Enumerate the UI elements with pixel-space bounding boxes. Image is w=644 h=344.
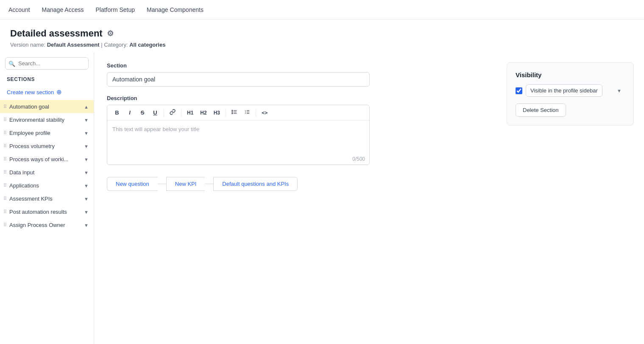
action-buttons: New question New KPI Default questions a… [107, 177, 496, 191]
chevron-down-icon: ▼ [84, 131, 89, 136]
top-nav: Account Manage Access Platform Setup Man… [0, 0, 644, 20]
description-field: Description B I S U H1 [107, 95, 496, 165]
select-wrapper: Visible in the profile sidebar Hidden fr… [526, 84, 625, 97]
bold-button[interactable]: B [112, 108, 123, 117]
visibility-dropdown[interactable]: Visible in the profile sidebar Hidden fr… [526, 84, 602, 97]
sidebar-item-post-automation[interactable]: ⠿ Post automation results ▼ [0, 205, 94, 218]
section-name: Data input [9, 169, 34, 176]
toolbar-separator [164, 109, 164, 117]
description-editor: B I S U H1 H2 H3 [107, 105, 370, 165]
chevron-down-icon: ▼ [84, 223, 89, 228]
new-kpi-button[interactable]: New KPI [166, 177, 205, 191]
code-button[interactable]: <> [259, 109, 270, 117]
content-area: Section Description B I S U [94, 52, 644, 344]
editor-placeholder: This text will appear below your title [112, 126, 199, 132]
connector-line [205, 184, 213, 184]
drag-icon: ⠿ [3, 157, 7, 162]
content-main: Section Description B I S U [107, 62, 496, 191]
sidebar-item-applications[interactable]: ⠿ Applications ▼ [0, 179, 94, 192]
sidebar-item-assessment-kpis[interactable]: ⠿ Assessment KPIs ▼ [0, 192, 94, 205]
section-name-input[interactable] [107, 72, 370, 87]
drag-icon: ⠿ [3, 222, 7, 228]
visibility-title: Visibility [516, 71, 625, 78]
nav-account[interactable]: Account [8, 6, 30, 13]
chevron-down-icon: ▼ [84, 157, 89, 162]
version-name: Default Assessment [47, 42, 100, 48]
section-name: Assign Process Owner [9, 222, 65, 228]
bullet-list-button[interactable] [229, 108, 240, 117]
toolbar-separator [226, 109, 226, 117]
link-button[interactable] [167, 108, 178, 117]
new-question-button[interactable]: New question [107, 177, 158, 191]
h1-button[interactable]: H1 [184, 109, 196, 117]
page-meta: Version name: Default Assessment | Categ… [10, 42, 634, 48]
svg-point-3 [232, 110, 233, 111]
sidebar-item-data-input[interactable]: ⠿ Data input ▼ [0, 166, 94, 179]
chevron-down-icon: ▼ [84, 170, 89, 175]
drag-icon: ⠿ [3, 143, 7, 149]
sidebar-item-automation-goal[interactable]: ⠿ Automation goal ▲ [0, 100, 94, 113]
svg-point-5 [232, 113, 233, 114]
search-input[interactable] [5, 57, 89, 70]
visibility-panel: Visibility Visible in the profile sideba… [507, 62, 634, 126]
nav-manage-components[interactable]: Manage Components [147, 6, 204, 13]
section-name: Applications [9, 182, 39, 189]
italic-button[interactable]: I [124, 108, 135, 117]
settings-icon[interactable]: ⚙ [107, 29, 114, 38]
toolbar-separator [181, 109, 181, 117]
main-layout: 🔍 Sections Create new section ⊕ ⠿ Automa… [0, 52, 644, 344]
ordered-list-button[interactable] [242, 108, 253, 117]
chevron-up-icon: ▲ [84, 104, 89, 109]
page-title: Detailed assessment [10, 28, 103, 39]
editor-body[interactable]: This text will appear below your title [107, 120, 369, 154]
connector-line [158, 184, 166, 184]
create-new-label: Create new section [7, 89, 54, 95]
sidebar-item-process-volumetry[interactable]: ⠿ Process volumetry ▼ [0, 140, 94, 153]
sidebar-search-container: 🔍 [0, 57, 94, 75]
section-name: Process volumetry [9, 143, 55, 149]
toolbar-separator [256, 109, 256, 117]
chevron-down-icon: ▼ [84, 196, 89, 201]
nav-manage-access[interactable]: Manage Access [42, 6, 84, 13]
create-new-section-link[interactable]: Create new section ⊕ [0, 86, 94, 100]
svg-point-4 [232, 112, 233, 112]
underline-button[interactable]: U [150, 108, 161, 117]
editor-toolbar: B I S U H1 H2 H3 [107, 105, 369, 120]
h3-button[interactable]: H3 [211, 109, 223, 117]
category-label: Category: [104, 42, 128, 48]
chevron-down-icon: ▼ [617, 88, 622, 93]
chevron-down-icon: ▼ [84, 210, 89, 215]
strikethrough-button[interactable]: S [137, 108, 148, 117]
delete-section-button[interactable]: Delete Section [516, 103, 566, 117]
drag-icon: ⠿ [3, 196, 7, 201]
sidebar-item-employee-profile[interactable]: ⠿ Employee profile ▼ [0, 126, 94, 140]
drag-icon: ⠿ [3, 183, 7, 188]
sidebar: 🔍 Sections Create new section ⊕ ⠿ Automa… [0, 52, 94, 344]
default-questions-kpis-button[interactable]: Default questions and KPIs [213, 177, 298, 191]
section-name: Process ways of worki... [9, 156, 68, 162]
nav-platform-setup[interactable]: Platform Setup [95, 6, 135, 13]
section-name: Post automation results [9, 209, 67, 215]
chevron-down-icon: ▼ [84, 144, 89, 149]
search-icon: 🔍 [8, 60, 15, 67]
chevron-down-icon: ▼ [84, 183, 89, 188]
drag-icon: ⠿ [3, 117, 7, 123]
drag-icon: ⠿ [3, 104, 7, 109]
chevron-down-icon: ▼ [84, 117, 89, 123]
section-name: Assessment KPIs [9, 196, 53, 202]
version-label: Version name: [10, 42, 45, 48]
description-label: Description [107, 95, 496, 101]
section-name: Automation goal [9, 103, 49, 110]
sidebar-item-process-ways[interactable]: ⠿ Process ways of worki... ▼ [0, 153, 94, 166]
h2-button[interactable]: H2 [198, 109, 209, 117]
plus-circle-icon: ⊕ [56, 88, 62, 96]
sections-label: Sections [0, 75, 94, 86]
section-name: Environmental stability [9, 117, 64, 123]
sidebar-item-assign-process-owner[interactable]: ⠿ Assign Process Owner ▼ [0, 218, 94, 232]
char-count: 0/500 [107, 154, 369, 165]
content-with-sidebar: Section Description B I S U [107, 62, 634, 191]
visibility-checkbox[interactable] [516, 87, 522, 94]
sidebar-item-environmental-stability[interactable]: ⠿ Environmental stability ▼ [0, 113, 94, 126]
section-field-label: Section [107, 62, 496, 69]
visibility-select-wrap: Visible in the profile sidebar Hidden fr… [516, 84, 625, 97]
